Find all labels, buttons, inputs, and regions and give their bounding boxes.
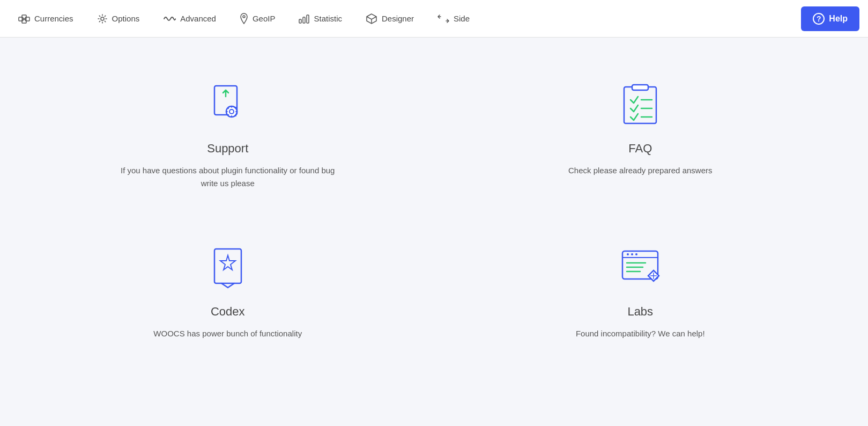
- help-label: Help: [829, 14, 848, 24]
- support-title: Support: [207, 142, 248, 156]
- svg-rect-7: [303, 17, 305, 23]
- nav-currencies-label: Currencies: [34, 14, 73, 23]
- nav-geoip-label: GeoIP: [253, 14, 276, 23]
- nav-statistic-label: Statistic: [314, 14, 342, 23]
- svg-point-23: [635, 253, 637, 255]
- nav-item-statistic[interactable]: Statistic: [289, 10, 352, 28]
- faq-icon: [619, 80, 662, 129]
- svg-point-21: [627, 253, 629, 255]
- nav-item-advanced[interactable]: Advanced: [153, 10, 226, 27]
- main-content: Support If you have questions about plug…: [0, 38, 868, 372]
- svg-point-22: [631, 253, 633, 255]
- svg-rect-12: [624, 87, 656, 123]
- pin-icon: [240, 13, 248, 25]
- support-icon: [204, 80, 252, 129]
- labs-title: Labs: [627, 305, 653, 319]
- svg-rect-8: [307, 15, 309, 23]
- nav-item-designer[interactable]: Designer: [356, 9, 424, 29]
- svg-marker-18: [220, 255, 235, 270]
- codex-title: Codex: [211, 305, 245, 319]
- bars-icon: [299, 14, 309, 24]
- support-card: Support If you have questions about plug…: [21, 70, 434, 201]
- top-navigation: Currencies Options Advanced GeoIP: [0, 0, 868, 38]
- nav-item-geoip[interactable]: GeoIP: [230, 9, 285, 29]
- codex-card: Codex WOOCS has power bunch of functiona…: [21, 233, 434, 351]
- faq-title: FAQ: [628, 142, 652, 156]
- gear-icon: [97, 13, 108, 24]
- box-icon: [366, 13, 377, 25]
- nav-item-currencies[interactable]: Currencies: [9, 9, 83, 28]
- faq-card: FAQ Check please already prepared answer…: [434, 70, 847, 201]
- svg-rect-6: [299, 19, 301, 23]
- codex-desc: WOOCS has power bunch of functionality: [153, 327, 302, 340]
- nav-item-options[interactable]: Options: [87, 9, 150, 28]
- labs-card: Labs Found incompatibility? We can help!: [434, 233, 847, 351]
- arrows-icon: [437, 14, 449, 23]
- nav-item-side[interactable]: Side: [428, 10, 479, 27]
- nav-side-label: Side: [454, 14, 470, 23]
- nav-designer-label: Designer: [382, 14, 414, 23]
- support-desc: If you have questions about plugin funct…: [115, 164, 340, 190]
- cubes-icon: [18, 13, 30, 24]
- nav-options-label: Options: [112, 14, 140, 23]
- help-button[interactable]: ? Help: [801, 6, 859, 31]
- faq-desc: Check please already prepared answers: [568, 164, 712, 177]
- svg-point-4: [101, 17, 104, 20]
- nav-advanced-label: Advanced: [180, 14, 216, 23]
- help-circle-icon: ?: [813, 13, 825, 25]
- wave-icon: [163, 14, 176, 23]
- svg-rect-13: [632, 85, 648, 90]
- svg-point-5: [243, 16, 245, 18]
- codex-icon: [206, 244, 249, 292]
- labs-icon: [616, 244, 664, 292]
- labs-desc: Found incompatibility? We can help!: [576, 327, 705, 340]
